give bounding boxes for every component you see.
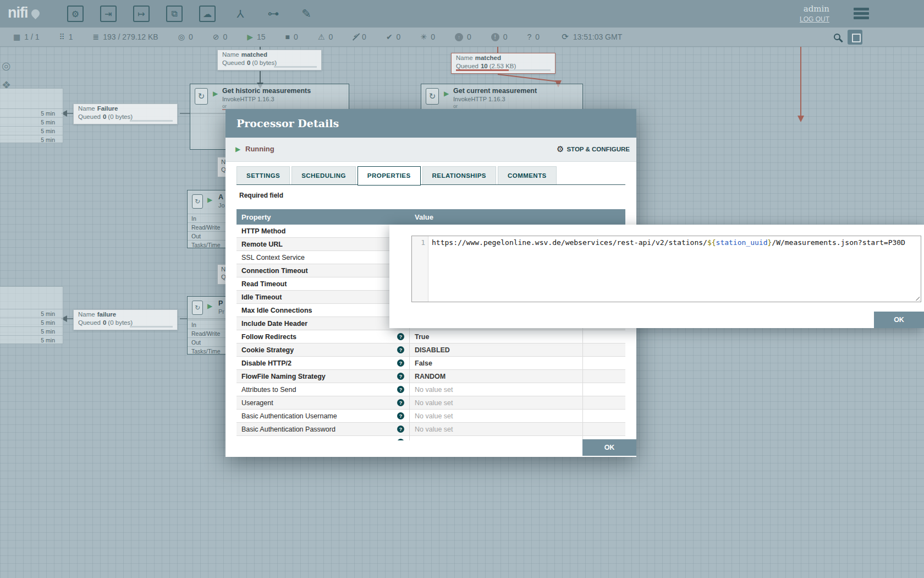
table-row[interactable]: FlowFile Naming Strategy?RANDOM [237, 370, 625, 383]
nifi-logo: nifi [8, 4, 40, 21]
dialog-header: Processor Details [226, 109, 636, 138]
label-icon[interactable]: ✎ [298, 6, 315, 22]
table-row[interactable]: Cookie Strategy?DISABLED [237, 343, 625, 357]
queue-stat-bar [274, 66, 317, 68]
tab-settings[interactable]: SETTINGS [237, 166, 290, 185]
stop-and-configure-button[interactable]: ⚙ STOP & CONFIGURE [557, 144, 630, 154]
property-value: False [415, 359, 432, 367]
processor-left-fragment-bottom[interactable]: 5 min 5 min 5 min 5 min [0, 286, 63, 344]
template-icon[interactable]: ⊶ [265, 6, 282, 22]
tab-scheduling[interactable]: SCHEDULING [292, 166, 356, 185]
processor-icon: ↻ [426, 88, 439, 105]
property-name: Follow Redirects [241, 333, 296, 341]
queued-icon: ≣ [93, 32, 100, 41]
remote-process-group-icon[interactable]: ☁ [199, 6, 216, 22]
dialog-ok-button[interactable]: OK [582, 439, 636, 456]
global-menu-icon[interactable] [854, 8, 869, 19]
help-icon[interactable]: ? [397, 346, 404, 353]
editor-ok-button[interactable]: OK [874, 312, 924, 328]
tab-properties[interactable]: PROPERTIES [358, 166, 421, 186]
table-row[interactable]: Disable HTTP/2?False [237, 357, 625, 370]
help-icon[interactable]: ? [397, 386, 404, 393]
input-port-icon[interactable]: ⇥ [100, 6, 117, 22]
up-to-date-icon: ✔ [386, 32, 393, 41]
funnel-icon[interactable]: Y [232, 6, 249, 22]
property-value: No value set [415, 399, 453, 407]
last-refresh-time: 13:51:03 GMT [573, 32, 623, 41]
tab-relationships[interactable]: RELATIONSHIPS [422, 166, 496, 185]
threads-icon: ⠿ [59, 32, 64, 41]
property-value: No value set [415, 426, 453, 433]
running-icon: ▶ [207, 196, 212, 204]
help-icon: ? [397, 439, 404, 440]
stale-icon: ↑ [455, 33, 463, 41]
property-name: Disable HTTP/2 [241, 359, 292, 367]
refresh-icon[interactable]: ⟳ [562, 32, 569, 42]
status-up-to-date: ✔0 [386, 32, 401, 41]
property-name: Useragent [241, 399, 273, 407]
stopped-icon: ■ [285, 32, 290, 41]
processor-partial-lower[interactable]: ↻ ▶ P Pr In Read/Write Out Tasks/Time [187, 296, 228, 355]
status-count: 0 [503, 32, 508, 41]
run-status-label: Running [245, 145, 274, 153]
queue-stat-bar-red [456, 69, 509, 71]
table-row[interactable]: Basic Authentication Username?No value s… [237, 410, 625, 423]
property-name: Max Idle Connections [241, 307, 312, 314]
canvas-float-circle-icon[interactable]: ◎ [2, 59, 11, 72]
tab-comments[interactable]: COMMENTS [498, 166, 557, 185]
help-icon[interactable]: ? [397, 399, 404, 406]
help-icon[interactable]: ? [397, 412, 404, 419]
status-invalid: ⚠0 [318, 32, 333, 41]
queue-stat-bar [509, 69, 551, 71]
property-value: No value set [415, 412, 453, 420]
connection-label-failure-bottom[interactable]: Namefailure Queued0(0 bytes) [73, 309, 178, 330]
expression-editor[interactable]: 1 https://www.pegelonline.wsv.de/webserv… [411, 236, 921, 302]
required-field-note: Required field [239, 192, 283, 199]
status-count: 15 [257, 32, 266, 41]
stop-configure-icon: ⚙ [557, 144, 564, 154]
status-count: 193 / 279.12 KB [103, 32, 158, 41]
property-name: HTTP Method [241, 227, 285, 235]
processor-partial-upper[interactable]: ↻ ▶ A Jo In Read/Write Out Tasks/Time [187, 190, 228, 248]
user-area: admin LOG OUT [800, 4, 829, 23]
status-cluster: ▦1 / 1 [13, 32, 39, 41]
logo-drop-icon [29, 8, 41, 19]
output-port-icon[interactable]: ↦ [133, 6, 150, 22]
help-icon[interactable]: ? [397, 373, 404, 380]
processor-left-fragment-top[interactable]: 5 min 5 min 5 min 5 min [0, 88, 63, 143]
table-row[interactable]: Follow Redirects?True [237, 330, 625, 343]
status-not-transmitting: ⊘0 [213, 32, 228, 41]
queue-stat-bar [130, 326, 173, 328]
table-row[interactable]: Basic Authentication Password?No value s… [237, 423, 625, 436]
help-icon[interactable]: ? [397, 333, 404, 340]
bulletin-panel-icon[interactable] [848, 30, 862, 45]
flow-status-bar: ▦1 / 1⠿1≣193 / 279.12 KB◎0⊘0▶15■0⚠0⚡0✔0✳… [0, 28, 924, 47]
table-row[interactable]: Attributes to Send?No value set [237, 383, 625, 396]
processor-icon: ↻ [192, 301, 203, 315]
property-value: True [415, 333, 429, 341]
editor-content[interactable]: https://www.pegelonline.wsv.de/webservic… [428, 236, 921, 302]
connection-label-failure-top[interactable]: NameFailure Queued0(0 bytes) [73, 103, 178, 124]
running-icon: ▶ [247, 32, 253, 41]
refresh-status: ⟳ 13:51:03 GMT [562, 32, 622, 42]
property-name: Basic Authentication Password [241, 426, 336, 433]
processor-icon[interactable]: ⚙ [67, 6, 84, 22]
help-icon[interactable]: ? [397, 426, 404, 433]
table-row[interactable]: Useragent?No value set [237, 396, 625, 410]
connection-label-matched-10[interactable]: Namematched Queued10(2.53 KB) [451, 53, 556, 74]
running-icon: ▶ [444, 90, 449, 97]
process-group-icon[interactable]: ⧉ [166, 6, 183, 22]
status-sync-failure: !0 [491, 32, 508, 41]
status-stale: ↑0 [455, 32, 471, 41]
status-count: 0 [467, 32, 471, 41]
logout-link[interactable]: LOG OUT [800, 15, 829, 23]
connection-label-matched-0[interactable]: Namematched Queued0(0 bytes) [217, 50, 322, 70]
help-icon[interactable]: ? [397, 359, 404, 367]
status-count: 0 [328, 32, 333, 41]
status-count: 0 [362, 32, 366, 41]
search-icon[interactable] [834, 34, 840, 40]
line-number: 1 [412, 236, 428, 302]
status-count: 0 [294, 32, 298, 41]
status-transmitting: ◎0 [178, 32, 193, 41]
processor-icon: ↻ [192, 194, 203, 209]
